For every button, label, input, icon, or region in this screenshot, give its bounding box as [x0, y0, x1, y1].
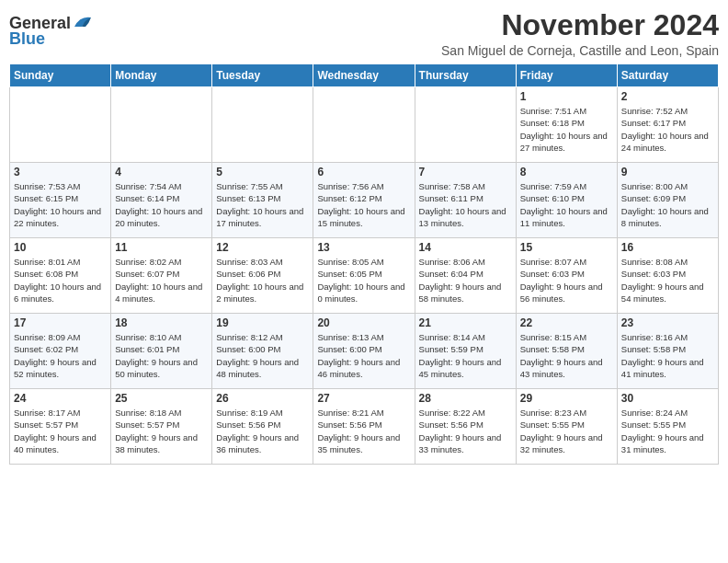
day-info: Sunrise: 8:05 AMSunset: 6:05 PMDaylight:… [317, 256, 410, 304]
location-subtitle: San Miguel de Corneja, Castille and Leon… [111, 43, 719, 58]
calendar-day-cell: 17Sunrise: 8:09 AMSunset: 6:02 PMDayligh… [10, 314, 111, 389]
logo-blue: Blue [9, 29, 45, 49]
day-number: 18 [115, 316, 208, 329]
day-number: 15 [520, 241, 613, 254]
title-block: November 2024 San Miguel de Corneja, Cas… [93, 9, 719, 58]
day-number: 28 [419, 392, 512, 405]
calendar-day-cell: 15Sunrise: 8:07 AMSunset: 6:03 PMDayligh… [516, 238, 617, 314]
weekday-header: Wednesday [313, 64, 415, 87]
calendar-week-row: 1Sunrise: 7:51 AMSunset: 6:18 PMDaylight… [10, 87, 719, 163]
day-number: 27 [317, 392, 410, 405]
day-number: 3 [14, 166, 107, 178]
day-info: Sunrise: 8:21 AMSunset: 5:56 PMDaylight:… [317, 407, 410, 455]
day-info: Sunrise: 8:00 AMSunset: 6:09 PMDaylight:… [621, 180, 714, 229]
day-info: Sunrise: 8:02 AMSunset: 6:07 PMDaylight:… [115, 256, 208, 304]
calendar-day-cell: 11Sunrise: 8:02 AMSunset: 6:07 PMDayligh… [111, 238, 212, 314]
day-number: 4 [115, 166, 208, 178]
day-info: Sunrise: 8:16 AMSunset: 5:58 PMDaylight:… [621, 331, 714, 380]
day-number: 24 [14, 392, 107, 405]
calendar-week-row: 24Sunrise: 8:17 AMSunset: 5:57 PMDayligh… [10, 389, 719, 465]
calendar-week-row: 10Sunrise: 8:01 AMSunset: 6:08 PMDayligh… [10, 238, 719, 314]
weekday-header: Tuesday [212, 64, 313, 87]
day-number: 9 [621, 166, 714, 178]
calendar-day-cell: 8Sunrise: 7:59 AMSunset: 6:10 PMDaylight… [516, 163, 617, 238]
day-number: 20 [317, 316, 410, 329]
day-info: Sunrise: 8:07 AMSunset: 6:03 PMDaylight:… [520, 256, 613, 304]
day-info: Sunrise: 8:18 AMSunset: 5:57 PMDaylight:… [115, 407, 208, 455]
day-info: Sunrise: 8:23 AMSunset: 5:55 PMDaylight:… [520, 407, 613, 455]
day-info: Sunrise: 7:52 AMSunset: 6:17 PMDaylight:… [621, 105, 714, 154]
calendar-day-cell: 13Sunrise: 8:05 AMSunset: 6:05 PMDayligh… [313, 238, 415, 314]
day-info: Sunrise: 7:55 AMSunset: 6:13 PMDaylight:… [216, 180, 309, 229]
calendar-day-cell: 18Sunrise: 8:10 AMSunset: 6:01 PMDayligh… [111, 314, 212, 389]
calendar-day-cell: 2Sunrise: 7:52 AMSunset: 6:17 PMDaylight… [617, 87, 718, 163]
day-info: Sunrise: 7:54 AMSunset: 6:14 PMDaylight:… [115, 180, 208, 229]
day-number: 5 [216, 166, 309, 178]
calendar-day-cell: 5Sunrise: 7:55 AMSunset: 6:13 PMDaylight… [212, 163, 313, 238]
logo: General Blue [9, 9, 93, 54]
calendar-day-cell: 26Sunrise: 8:19 AMSunset: 5:56 PMDayligh… [212, 389, 313, 465]
day-info: Sunrise: 8:14 AMSunset: 5:59 PMDaylight:… [419, 331, 512, 380]
calendar-header-row: SundayMondayTuesdayWednesdayThursdayFrid… [10, 64, 719, 87]
day-number: 8 [520, 166, 613, 178]
day-number: 6 [317, 166, 410, 178]
day-number: 10 [14, 241, 107, 254]
day-info: Sunrise: 8:17 AMSunset: 5:57 PMDaylight:… [14, 407, 107, 455]
weekday-header: Sunday [10, 64, 111, 87]
calendar-day-cell: 21Sunrise: 8:14 AMSunset: 5:59 PMDayligh… [415, 314, 516, 389]
calendar-week-row: 17Sunrise: 8:09 AMSunset: 6:02 PMDayligh… [10, 314, 719, 389]
calendar-day-cell: 28Sunrise: 8:22 AMSunset: 5:56 PMDayligh… [415, 389, 516, 465]
calendar-day-cell: 12Sunrise: 8:03 AMSunset: 6:06 PMDayligh… [212, 238, 313, 314]
calendar-day-cell: 22Sunrise: 8:15 AMSunset: 5:58 PMDayligh… [516, 314, 617, 389]
day-info: Sunrise: 7:51 AMSunset: 6:18 PMDaylight:… [520, 105, 613, 154]
day-info: Sunrise: 8:12 AMSunset: 6:00 PMDaylight:… [216, 331, 309, 380]
calendar-day-cell [212, 87, 313, 163]
calendar-day-cell: 3Sunrise: 7:53 AMSunset: 6:15 PMDaylight… [10, 163, 111, 238]
day-number: 25 [115, 392, 208, 405]
day-number: 29 [520, 392, 613, 405]
day-number: 19 [216, 316, 309, 329]
day-info: Sunrise: 7:53 AMSunset: 6:15 PMDaylight:… [14, 180, 107, 229]
day-info: Sunrise: 7:59 AMSunset: 6:10 PMDaylight:… [520, 180, 613, 229]
day-info: Sunrise: 8:13 AMSunset: 6:00 PMDaylight:… [317, 331, 410, 380]
day-number: 17 [14, 316, 107, 329]
calendar-day-cell: 16Sunrise: 8:08 AMSunset: 6:03 PMDayligh… [617, 238, 718, 314]
day-number: 1 [520, 90, 613, 103]
logo-wing-icon [73, 14, 93, 29]
calendar-day-cell [111, 87, 212, 163]
weekday-header: Friday [516, 64, 617, 87]
calendar-week-row: 3Sunrise: 7:53 AMSunset: 6:15 PMDaylight… [10, 163, 719, 238]
day-number: 14 [419, 241, 512, 254]
calendar-day-cell: 14Sunrise: 8:06 AMSunset: 6:04 PMDayligh… [415, 238, 516, 314]
day-info: Sunrise: 8:19 AMSunset: 5:56 PMDaylight:… [216, 407, 309, 455]
calendar-day-cell: 29Sunrise: 8:23 AMSunset: 5:55 PMDayligh… [516, 389, 617, 465]
day-info: Sunrise: 8:08 AMSunset: 6:03 PMDaylight:… [621, 256, 714, 304]
day-number: 2 [621, 90, 714, 103]
calendar-day-cell: 24Sunrise: 8:17 AMSunset: 5:57 PMDayligh… [10, 389, 111, 465]
day-info: Sunrise: 7:56 AMSunset: 6:12 PMDaylight:… [317, 180, 410, 229]
day-info: Sunrise: 8:01 AMSunset: 6:08 PMDaylight:… [14, 256, 107, 304]
day-info: Sunrise: 8:22 AMSunset: 5:56 PMDaylight:… [419, 407, 512, 455]
day-info: Sunrise: 8:03 AMSunset: 6:06 PMDaylight:… [216, 256, 309, 304]
day-info: Sunrise: 8:09 AMSunset: 6:02 PMDaylight:… [14, 331, 107, 380]
weekday-header: Saturday [617, 64, 718, 87]
day-number: 13 [317, 241, 410, 254]
day-info: Sunrise: 7:58 AMSunset: 6:11 PMDaylight:… [419, 180, 512, 229]
weekday-header: Monday [111, 64, 212, 87]
day-number: 11 [115, 241, 208, 254]
calendar-day-cell: 30Sunrise: 8:24 AMSunset: 5:55 PMDayligh… [617, 389, 718, 465]
day-number: 12 [216, 241, 309, 254]
calendar-day-cell [415, 87, 516, 163]
day-number: 22 [520, 316, 613, 329]
calendar-day-cell: 9Sunrise: 8:00 AMSunset: 6:09 PMDaylight… [617, 163, 718, 238]
day-number: 21 [419, 316, 512, 329]
day-number: 23 [621, 316, 714, 329]
calendar-day-cell: 4Sunrise: 7:54 AMSunset: 6:14 PMDaylight… [111, 163, 212, 238]
day-info: Sunrise: 8:15 AMSunset: 5:58 PMDaylight:… [520, 331, 613, 380]
day-number: 26 [216, 392, 309, 405]
calendar-day-cell: 27Sunrise: 8:21 AMSunset: 5:56 PMDayligh… [313, 389, 415, 465]
calendar-day-cell: 19Sunrise: 8:12 AMSunset: 6:00 PMDayligh… [212, 314, 313, 389]
day-info: Sunrise: 8:24 AMSunset: 5:55 PMDaylight:… [621, 407, 714, 455]
day-number: 30 [621, 392, 714, 405]
day-number: 7 [419, 166, 512, 178]
